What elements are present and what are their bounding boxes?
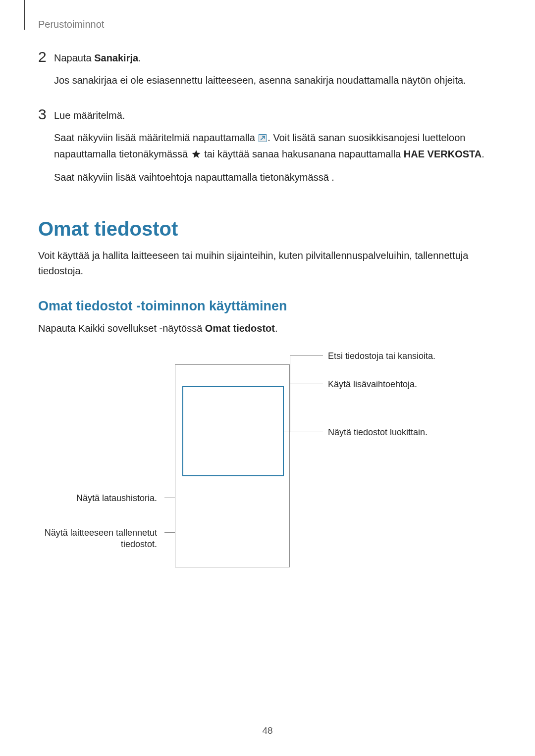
callout-search: Etsi tiedostoja tai kansioita. <box>328 351 435 362</box>
connector-line <box>290 355 290 432</box>
step3-line2: Saat näkyviin lisää määritelmiä napautta… <box>54 130 494 163</box>
main-content: 2 Napauta Sanakirja. Jos sanakirjaa ei o… <box>38 50 494 599</box>
connector-line <box>290 355 323 356</box>
bold-text: Sanakirja <box>94 52 138 63</box>
section2-body: Napauta Kaikki sovellukset -näytössä Oma… <box>38 321 494 336</box>
bold-text: Omat tiedostot <box>205 323 275 334</box>
step2-line2: Jos sanakirjaa ei ole esiasennettu laitt… <box>54 73 494 88</box>
text: tiedostot. <box>45 539 157 550</box>
callout-more-options: Käytä lisävaihtoehtoja. <box>328 379 417 390</box>
phone-section-highlight <box>182 386 284 476</box>
text: . <box>275 323 278 334</box>
step2-line1: Napauta Sanakirja. <box>54 50 494 66</box>
step-body: Napauta Sanakirja. Jos sanakirjaa ei ole… <box>54 50 494 95</box>
connector-line <box>164 532 175 533</box>
callout-categories: Näytä tiedostot luokittain. <box>328 427 428 438</box>
margin-rule <box>24 0 25 30</box>
step3-line1: Lue määritelmä. <box>54 108 494 123</box>
text: . <box>138 52 141 63</box>
step-3: 3 Lue määritelmä. Saat näkyviin lisää mä… <box>38 107 494 192</box>
connector-line <box>284 432 323 432</box>
callout-download-history: Näytä lataushistoria. <box>76 493 157 504</box>
text: Napauta <box>54 52 94 63</box>
step-number: 3 <box>38 107 54 192</box>
callout-device-files: Näytä laitteeseen tallennetut tiedostot. <box>45 527 157 551</box>
text: Napauta Kaikki sovellukset -näytössä <box>38 323 205 334</box>
section1-body: Voit käyttää ja hallita laitteeseen tai … <box>38 248 494 279</box>
bold-text: HAE VERKOSTA <box>404 149 482 159</box>
page-number: 48 <box>0 725 535 736</box>
connector-line <box>290 384 323 384</box>
text: tai käyttää sanaa hakusanana napauttamal… <box>202 149 404 159</box>
text: Saat näkyviin lisää määritelmiä napautta… <box>54 132 258 143</box>
step-number: 2 <box>38 50 54 95</box>
heading-omat-tiedostot: Omat tiedostot <box>38 218 494 240</box>
star-icon <box>192 148 201 163</box>
text: Näytä laitteeseen tallennetut <box>45 527 157 539</box>
step-2: 2 Napauta Sanakirja. Jos sanakirjaa ei o… <box>38 50 494 95</box>
my-files-diagram: Etsi tiedostoja tai kansioita. Käytä lis… <box>38 351 494 599</box>
step3-line3: Saat näkyviin lisää vaihtoehtoja napautt… <box>54 170 494 185</box>
connector-line <box>164 498 175 498</box>
section-header: Perustoiminnot <box>38 19 104 30</box>
heading-omat-tiedostot-toiminto: Omat tiedostot -toiminnon käyttäminen <box>38 299 494 314</box>
expand-arrow-icon <box>259 131 267 147</box>
step-body: Lue määritelmä. Saat näkyviin lisää määr… <box>54 107 494 192</box>
text: . <box>482 149 484 159</box>
